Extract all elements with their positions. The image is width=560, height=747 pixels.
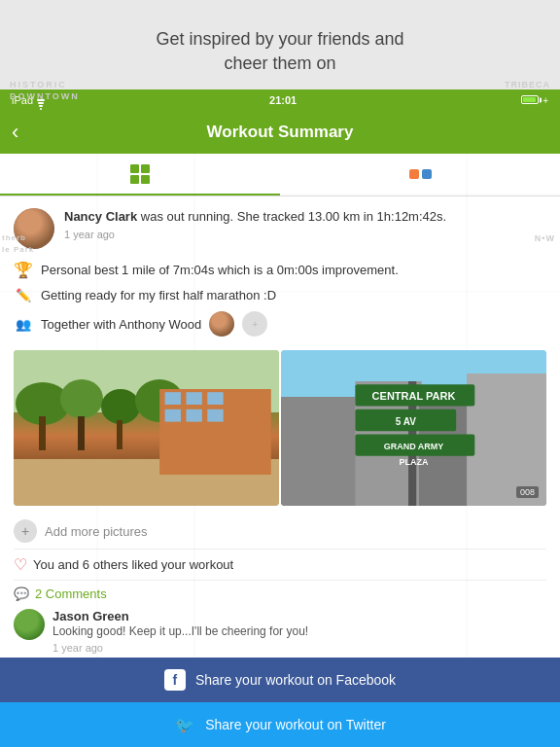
twitter-icon: 🐦 (174, 714, 195, 735)
share-buttons: f Share your workout on Facebook 🐦 Share… (0, 658, 560, 747)
svg-text:5 AV: 5 AV (396, 416, 416, 427)
photo-2[interactable]: CENTRAL PARK 5 AV GRAND ARMY PLAZA 008 (281, 350, 546, 506)
svg-rect-13 (186, 393, 201, 406)
together-avatar-1 (209, 311, 234, 337)
user-name: Nancy Clark (64, 209, 137, 224)
activity-description: was out running. She tracked 13.00 km in… (141, 209, 446, 224)
trophy-icon: 🏆 (14, 260, 33, 279)
svg-rect-20 (117, 420, 122, 449)
together-text: Together with Anthony Wood (41, 317, 201, 332)
inspire-line1: Get inspired by your friends and (156, 29, 403, 49)
comments-count: 2 Comments (35, 587, 107, 601)
commenter-avatar-1 (14, 609, 45, 640)
together-row: 👥 Together with Anthony Wood + (14, 307, 546, 340)
add-pictures-label: Add more pictures (45, 524, 148, 539)
tab-bar (0, 154, 560, 196)
comment-time-1: 1 year ago (52, 642, 546, 654)
share-twitter-button[interactable]: 🐦 Share your workout on Twitter (0, 702, 560, 747)
note-icon: ✏️ (14, 285, 33, 304)
svg-rect-19 (78, 416, 85, 450)
svg-rect-15 (165, 409, 181, 422)
svg-point-7 (60, 379, 103, 418)
activity-timestamp: 1 year ago (64, 229, 546, 240)
comment-body-1: Jason Green Looking good! Keep it up...I… (52, 609, 546, 654)
photos-row: CENTRAL PARK 5 AV GRAND ARMY PLAZA 008 (14, 350, 546, 506)
tab-list[interactable] (0, 154, 280, 196)
tab-chart[interactable] (280, 154, 560, 196)
add-pictures-row[interactable]: + Add more pictures (14, 514, 546, 549)
svg-text:PLAZA: PLAZA (400, 458, 429, 468)
comments-label: 💬 2 Comments (14, 587, 546, 601)
share-twitter-label: Share your workout on Twitter (205, 717, 386, 732)
photo-count-badge: 008 (516, 486, 539, 498)
user-info: Nancy Clark was out running. She tracked… (64, 208, 546, 239)
status-time: 21:01 (269, 94, 297, 106)
comment-text-1: Looking good! Keep it up...I'll be cheer… (52, 623, 546, 640)
share-facebook-label: Share your workout on Facebook (195, 672, 396, 688)
photo-1[interactable] (14, 350, 279, 506)
svg-rect-12 (165, 393, 181, 406)
add-pictures-icon: + (14, 519, 37, 543)
note-text: Getting ready for my first half marathon… (41, 288, 276, 302)
together-avatar-2: + (242, 311, 267, 337)
share-facebook-button[interactable]: f Share your workout on Facebook (0, 658, 560, 702)
avatar (14, 208, 54, 249)
inspire-line2: cheer them on (224, 53, 335, 73)
back-button[interactable]: ‹ (12, 120, 18, 145)
heart-icon: ♡ (14, 555, 27, 574)
svg-rect-14 (207, 393, 223, 406)
personal-best-row: 🏆 Personal best 1 mile of 7m:04s which i… (14, 257, 546, 282)
page-title: Workout Summary (207, 123, 354, 142)
svg-rect-16 (186, 409, 201, 422)
user-activity-text: Nancy Clark was out running. She tracked… (64, 208, 546, 226)
note-row: ✏️ Getting ready for my first half marat… (14, 282, 546, 307)
personal-best-text: Personal best 1 mile of 7m:04s which is … (41, 263, 399, 277)
svg-text:GRAND ARMY: GRAND ARMY (384, 443, 444, 452)
list-icon (130, 164, 150, 184)
comment-bubble-icon: 💬 (14, 587, 29, 601)
facebook-icon: f (164, 669, 186, 691)
workout-card: Nancy Clark was out running. She tracked… (0, 196, 560, 702)
svg-rect-17 (207, 409, 223, 422)
together-icon: 👥 (14, 314, 33, 334)
likes-text: You and 6 others liked your workout (33, 557, 233, 572)
svg-rect-18 (39, 416, 46, 450)
comment-author-1: Jason Green (52, 609, 546, 623)
user-header: Nancy Clark was out running. She tracked… (14, 208, 546, 249)
content-area: Nancy Clark was out running. She tracked… (0, 196, 560, 702)
status-bar: iPad 21:01 + (0, 89, 560, 111)
svg-rect-22 (281, 397, 361, 506)
comment-item: Jason Green Looking good! Keep it up...I… (14, 609, 546, 654)
nav-bar: ‹ Workout Summary (0, 111, 560, 154)
battery-icon (521, 94, 539, 106)
likes-row: ♡ You and 6 others liked your workout (14, 549, 546, 580)
svg-point-8 (101, 389, 140, 424)
svg-text:CENTRAL PARK: CENTRAL PARK (372, 391, 456, 403)
